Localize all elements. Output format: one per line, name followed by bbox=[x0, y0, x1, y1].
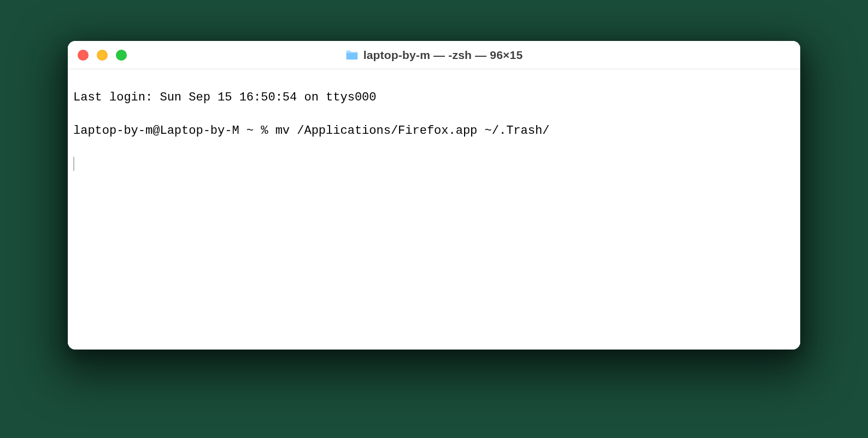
window-title: laptop-by-m — -zsh — 96×15 bbox=[363, 49, 523, 62]
minimize-button[interactable] bbox=[97, 50, 108, 61]
titlebar[interactable]: laptop-by-m — -zsh — 96×15 bbox=[68, 41, 800, 69]
maximize-button[interactable] bbox=[116, 50, 127, 61]
terminal-window: laptop-by-m — -zsh — 96×15 Last login: S… bbox=[68, 41, 800, 350]
traffic-lights bbox=[78, 50, 127, 61]
close-button[interactable] bbox=[78, 50, 89, 61]
terminal-line: Last login: Sun Sep 15 16:50:54 on ttys0… bbox=[73, 90, 795, 106]
folder-icon bbox=[345, 50, 359, 61]
cursor bbox=[73, 157, 74, 171]
terminal-line: laptop-by-m@Laptop-by-M ~ % mv /Applicat… bbox=[73, 123, 795, 139]
title-group: laptop-by-m — -zsh — 96×15 bbox=[345, 49, 523, 62]
terminal-body[interactable]: Last login: Sun Sep 15 16:50:54 on ttys0… bbox=[68, 69, 800, 350]
terminal-cursor-line bbox=[73, 156, 795, 173]
